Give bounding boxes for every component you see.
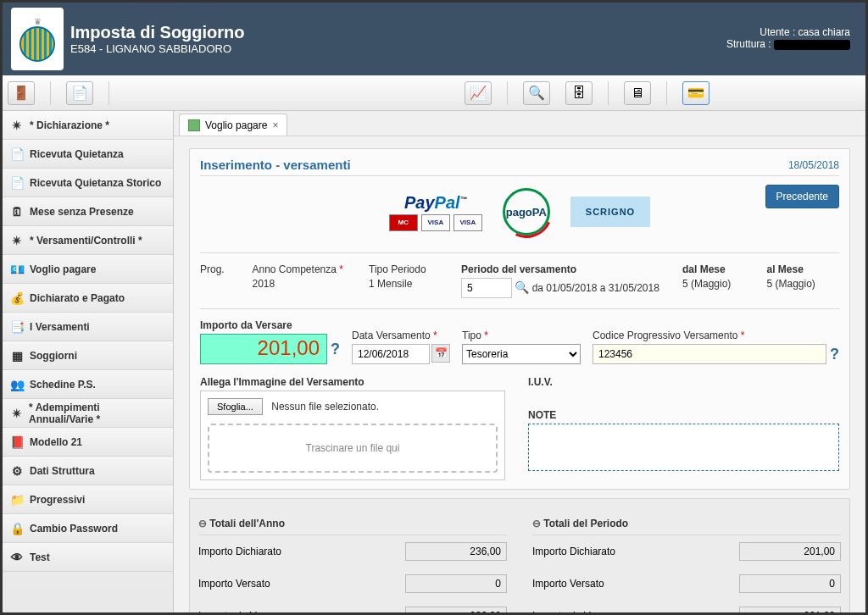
- sidebar-item-voglio-pagare[interactable]: 💶Voglio pagare: [3, 255, 173, 284]
- no-file-label: Nessun file selezionato.: [271, 401, 379, 413]
- sidebar-item-soggiorni[interactable]: ▦Soggiorni: [3, 341, 173, 370]
- toolbar-search-icon[interactable]: 🔍: [523, 81, 550, 105]
- totali-periodo-head[interactable]: Totali del Periodo: [532, 512, 841, 535]
- euro-icon: 💶: [9, 262, 25, 277]
- toolbar-report-icon[interactable]: 📄: [66, 81, 93, 105]
- people-icon: 👥: [9, 377, 25, 392]
- folder-icon: 📁: [9, 492, 25, 507]
- al-mese-label: al Mese: [767, 263, 840, 275]
- anno-val: 2018: [253, 278, 275, 290]
- periodo-range: da 01/05/2018 a 31/05/2018: [532, 282, 659, 294]
- pagopa-logo[interactable]: pagoPA: [503, 188, 550, 235]
- help-icon[interactable]: ?: [830, 346, 839, 363]
- paypal-logo[interactable]: PayPal™ MC VISA VISA: [389, 193, 482, 231]
- dal-mese-val: 5 (Maggio): [682, 278, 731, 290]
- periodo-input[interactable]: [461, 278, 512, 298]
- upload-area: Sfoglia... Nessun file selezionato. Tras…: [200, 391, 505, 480]
- sidebar-item-dichiarazione[interactable]: ✴* Dichiarazione *: [3, 111, 173, 140]
- data-versamento-input[interactable]: [352, 344, 430, 364]
- star-icon: ✴: [9, 233, 25, 248]
- toolbar-card-icon[interactable]: 💳: [682, 81, 709, 105]
- note-label: NOTE: [528, 409, 839, 421]
- eye-icon: 👁: [9, 550, 25, 565]
- sidebar-nav: ✴* Dichiarazione * 📄Ricevuta Quietanza 📄…: [3, 111, 174, 614]
- sidebar-item-versamenti[interactable]: ✴* Versamenti/Controlli *: [3, 226, 173, 255]
- tipo-select[interactable]: Tesoreria: [462, 344, 581, 364]
- toolbar-stats-icon[interactable]: 📈: [465, 81, 492, 105]
- header-title-block: Imposta di Soggiorno E584 - LIGNANO SABB…: [70, 8, 245, 55]
- doc-icon: 📄: [9, 147, 25, 162]
- star-icon: ✴: [9, 118, 25, 133]
- sidebar-item-cambio-password[interactable]: 🔒Cambio Password: [3, 514, 173, 543]
- lock-icon: 🔒: [9, 521, 25, 536]
- dal-mese-label: dal Mese: [682, 263, 755, 275]
- sidebar-item-test[interactable]: 👁Test: [3, 543, 173, 572]
- tipo-periodo-label: Tipo Periodo: [369, 263, 449, 275]
- sidebar-item-progressivi[interactable]: 📁Progressivi: [3, 485, 173, 514]
- sidebar-item-schedine[interactable]: 👥Schedine P.S.: [3, 370, 173, 399]
- anno-dichiarato-val: [405, 542, 507, 561]
- panel-date: 18/05/2018: [788, 159, 839, 171]
- periodo-label: Periodo del versamento: [461, 263, 670, 275]
- importo-label: Importo da Versare: [200, 319, 340, 331]
- sidebar-item-modello21[interactable]: 📕Modello 21: [3, 428, 173, 457]
- money-icon: 💰: [9, 291, 25, 306]
- star-icon: ✴: [9, 406, 24, 421]
- app-subtitle: E584 - LIGNANO SABBIADORO: [70, 42, 245, 55]
- sidebar-item-ricevuta[interactable]: 📄Ricevuta Quietanza: [3, 140, 173, 169]
- note-textarea[interactable]: [528, 424, 839, 471]
- structure-label: Struttura :: [726, 38, 771, 50]
- sidebar-item-adempimenti[interactable]: ✴* Adempimenti Annuali/Varie *: [3, 399, 173, 428]
- list-icon: 📑: [9, 319, 25, 335]
- pdf-icon: 📕: [9, 435, 25, 450]
- search-icon[interactable]: 🔍: [515, 280, 529, 294]
- prog-label: Prog.: [200, 263, 241, 275]
- sidebar-item-dichiarato-pagato[interactable]: 💰Dichiarato e Pagato: [3, 284, 173, 313]
- codice-progressivo-input[interactable]: [593, 344, 826, 364]
- calendar-icon[interactable]: 📅: [431, 344, 450, 363]
- tipo-periodo-val: 1 Mensile: [369, 278, 412, 290]
- sidebar-item-dati-struttura[interactable]: ⚙Dati Struttura: [3, 457, 173, 485]
- periodo-dichiarato-val: [739, 542, 841, 561]
- panel-title: Inserimento - versamenti: [200, 158, 351, 172]
- anno-versato-val: [405, 574, 507, 593]
- sidebar-item-i-versamenti[interactable]: 📑I Versamenti: [3, 313, 173, 341]
- tab-voglio-pagare[interactable]: Voglio pagare ×: [179, 114, 287, 136]
- payment-logos-row: PayPal™ MC VISA VISA pagoPA SCRIGNO Prec…: [200, 176, 839, 247]
- al-mese-val: 5 (Maggio): [767, 278, 815, 290]
- sfoglia-button[interactable]: Sfoglia...: [208, 398, 263, 415]
- close-icon[interactable]: ×: [272, 119, 278, 131]
- structure-redacted: [774, 40, 850, 50]
- importo-value: 201,00: [200, 334, 327, 364]
- scrigno-logo[interactable]: SCRIGNO: [570, 197, 650, 227]
- gear-icon: ⚙: [9, 463, 25, 479]
- toolbar-server-icon[interactable]: 🗄: [565, 81, 593, 105]
- periodo-daversare-val: [739, 607, 841, 614]
- app-title: Imposta di Soggiorno: [70, 23, 245, 42]
- app-header: ♛ Imposta di Soggiorno E584 - LIGNANO SA…: [3, 3, 865, 75]
- anno-daversare-val: [405, 607, 507, 614]
- toolbar-exit-icon[interactable]: 🚪: [8, 81, 35, 105]
- precedente-button[interactable]: Precedente: [765, 185, 839, 208]
- iuv-label: I.U.V.: [528, 376, 839, 388]
- table-icon: ▦: [9, 348, 25, 363]
- help-icon[interactable]: ?: [331, 341, 340, 358]
- main-toolbar: 🚪 📄 📈 🔍 🗄 🖥 💳: [3, 75, 865, 111]
- periodo-versato-val: [739, 574, 841, 593]
- header-user-info: Utente : casa chiara Struttura :: [726, 26, 850, 50]
- user-label: Utente : casa chiara: [726, 26, 850, 38]
- tab-bar: Voglio pagare ×: [174, 111, 865, 136]
- sidebar-item-ricevuta-storico[interactable]: 📄Ricevuta Quietanza Storico: [3, 169, 173, 197]
- calendar-icon: 🗓: [9, 204, 25, 219]
- main-content: Voglio pagare × Inserimento - versamenti…: [174, 111, 865, 614]
- grid-icon: [188, 119, 200, 131]
- toolbar-network-icon[interactable]: 🖥: [624, 81, 651, 105]
- sidebar-item-mese-senza[interactable]: 🗓Mese senza Presenze: [3, 197, 173, 226]
- allega-label: Allega l'Immagine del Versamento: [200, 376, 511, 388]
- municipality-logo: ♛: [11, 8, 64, 70]
- drop-zone[interactable]: Trascinare un file qui: [208, 424, 498, 473]
- doc-icon: 📄: [9, 175, 25, 191]
- totali-anno-head[interactable]: Totali dell'Anno: [198, 512, 507, 535]
